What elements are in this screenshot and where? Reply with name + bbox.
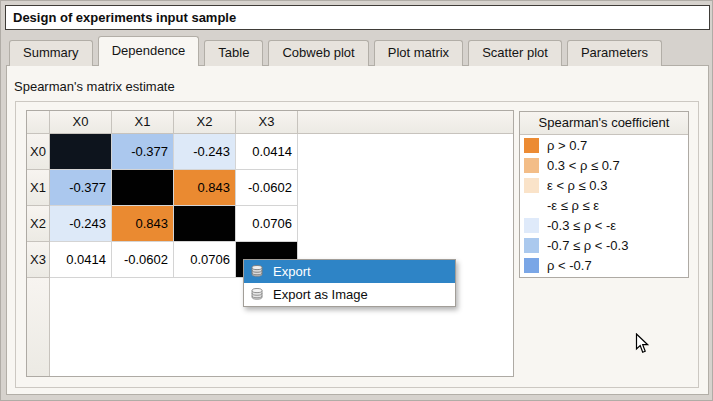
legend-item: ε < ρ ≤ 0.3	[520, 175, 688, 195]
matrix-cell-x2-x0[interactable]: -0.243	[50, 206, 112, 242]
matrix-cell-x3-x0[interactable]: 0.0414	[50, 242, 112, 278]
matrix-cell-x1-x2[interactable]: 0.843	[174, 170, 236, 206]
matrix-cell-x2-x3[interactable]: 0.0706	[236, 206, 298, 242]
tab-summary[interactable]: Summary	[9, 40, 93, 66]
app-window: Design of experiments input sample Summa…	[0, 0, 713, 401]
row-header[interactable]: X2	[27, 206, 50, 242]
legend-item: -0.7 ≤ ρ < -0.3	[520, 235, 688, 255]
matrix-cell-x3-x1[interactable]: -0.0602	[112, 242, 174, 278]
window-title: Design of experiments input sample	[6, 10, 236, 25]
tab-bar: Summary Dependence Table Cobweb plot Plo…	[9, 37, 667, 66]
matrix-cell-x1-x1[interactable]	[112, 170, 174, 206]
row-header[interactable]: X1	[27, 170, 50, 206]
legend-label: -0.7 ≤ ρ < -0.3	[547, 238, 628, 253]
row-header-fill	[27, 278, 50, 376]
window-title-bar: Design of experiments input sample	[5, 5, 710, 30]
spearman-legend: Spearman's coefficient ρ > 0.7 0.3 < ρ ≤…	[519, 111, 689, 278]
matrix-cell-x0-x3[interactable]: 0.0414	[236, 134, 298, 170]
matrix-cell-x0-x0[interactable]	[50, 134, 112, 170]
legend-label: ρ < -0.7	[547, 258, 592, 273]
tab-parameters[interactable]: Parameters	[567, 40, 662, 66]
legend-item: ρ > 0.7	[520, 135, 688, 155]
matrix-cell-x3-x2[interactable]: 0.0706	[174, 242, 236, 278]
matrix-cell-x0-x1[interactable]: -0.377	[112, 134, 174, 170]
tab-plot-matrix[interactable]: Plot matrix	[374, 40, 463, 66]
spearman-matrix-table[interactable]: X0 X1 X2 X3 X0 X1 X2 X3 -0.377 -0.243 0.…	[26, 110, 514, 377]
legend-label: ε < ρ ≤ 0.3	[547, 178, 607, 193]
tab-dependence[interactable]: Dependence	[98, 36, 200, 66]
menu-item-label: Export as Image	[273, 287, 368, 302]
legend-swatch-neutral	[524, 198, 539, 213]
mouse-cursor-icon	[635, 333, 650, 359]
export-icon	[250, 264, 265, 279]
menu-item-export[interactable]: Export	[244, 260, 455, 283]
legend-title: Spearman's coefficient	[520, 112, 688, 135]
export-context-menu: Export Export as Image	[243, 259, 456, 307]
legend-label: ρ > 0.7	[547, 138, 587, 153]
legend-item: 0.3 < ρ ≤ 0.7	[520, 155, 688, 175]
column-header[interactable]: X3	[236, 111, 298, 134]
matrix-cell-x1-x3[interactable]: -0.0602	[236, 170, 298, 206]
legend-item: -ε ≤ ρ ≤ ε	[520, 195, 688, 215]
column-header[interactable]: X2	[174, 111, 236, 134]
tab-scatter-plot[interactable]: Scatter plot	[468, 40, 562, 66]
legend-label: -0.3 ≤ ρ < -ε	[547, 218, 616, 233]
column-header[interactable]: X1	[112, 111, 174, 134]
matrix-cell-x1-x0[interactable]: -0.377	[50, 170, 112, 206]
menu-item-export-as-image[interactable]: Export as Image	[244, 283, 455, 306]
legend-swatch-strong-negative	[524, 258, 539, 273]
legend-item: -0.3 ≤ ρ < -ε	[520, 215, 688, 235]
legend-label: -ε ≤ ρ ≤ ε	[547, 198, 599, 213]
legend-item: ρ < -0.7	[520, 255, 688, 275]
section-title: Spearman's matrix estimate	[14, 79, 175, 94]
column-header-fill	[298, 111, 513, 134]
column-header[interactable]: X0	[50, 111, 112, 134]
row-header[interactable]: X3	[27, 242, 50, 278]
tab-cobweb-plot[interactable]: Cobweb plot	[268, 40, 368, 66]
matrix-cell-x2-x1[interactable]: 0.843	[112, 206, 174, 242]
menu-item-label: Export	[273, 264, 311, 279]
legend-swatch-strong-positive	[524, 138, 539, 153]
legend-swatch-weak-positive	[524, 178, 539, 193]
row-header[interactable]: X0	[27, 134, 50, 170]
tab-table[interactable]: Table	[204, 40, 263, 66]
matrix-cell-x2-x2[interactable]	[174, 206, 236, 242]
matrix-cell-x0-x2[interactable]: -0.243	[174, 134, 236, 170]
legend-swatch-medium-negative	[524, 238, 539, 253]
legend-swatch-weak-negative	[524, 218, 539, 233]
export-image-icon	[250, 287, 265, 302]
dependence-tab-panel: Spearman's matrix estimate X0 X1 X2 X3 X…	[6, 65, 709, 395]
legend-label: 0.3 < ρ ≤ 0.7	[547, 158, 620, 173]
table-corner[interactable]	[27, 111, 50, 134]
legend-swatch-medium-positive	[524, 158, 539, 173]
